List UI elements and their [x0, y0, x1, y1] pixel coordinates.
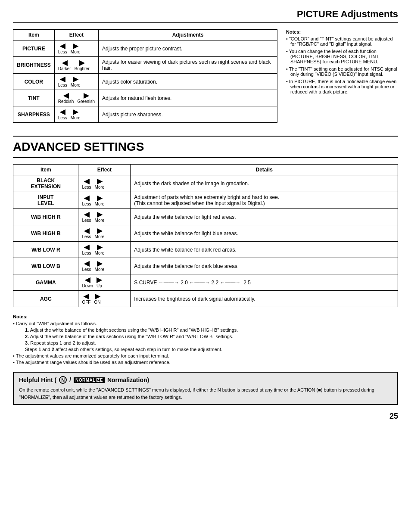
- notes-title: Notes:: [286, 29, 398, 34]
- right-arrow-label: More: [95, 234, 105, 239]
- adv-details-cell: Adjustment of parts which are extremely …: [131, 192, 398, 209]
- col-item: Item: [13, 30, 55, 40]
- helpful-hint-title: Helpful Hint ( N / NORMALIZE Normalizati…: [19, 376, 392, 384]
- col-effect: Effect: [54, 30, 98, 40]
- right-arrow-icon: ▶: [84, 92, 89, 99]
- left-arrow-icon: ◀: [84, 195, 89, 202]
- left-arrow-label: Reddish: [58, 99, 74, 104]
- right-arrow-icon: ▶: [97, 211, 102, 218]
- right-arrow-label: Brighter: [75, 66, 90, 71]
- arrows-row: ◀ Less ▶ More: [82, 227, 127, 239]
- left-arrow-group: ◀ Less: [82, 260, 91, 272]
- left-arrow-group: ◀ Less: [82, 178, 91, 190]
- page-title: PICTURE Adjustments: [297, 9, 398, 19]
- item-cell: BRIGHTNESS: [13, 57, 55, 74]
- right-arrow-icon: ▶: [97, 244, 102, 251]
- advanced-step-note: Steps 1 and 2 affect each other's settin…: [13, 347, 398, 352]
- right-arrow-group: ▶ More: [71, 43, 81, 54]
- adv-effect-cell: ◀ Less ▶ More: [78, 225, 131, 242]
- adv-item-cell: INPUT LEVEL: [13, 192, 78, 209]
- helpful-hint-end: Normalization): [107, 376, 149, 383]
- adjustment-cell: Adjusts picture sharpness.: [98, 106, 277, 123]
- table-row: AGC ◀ OFF ▶ ON Increases the brightness …: [13, 291, 398, 307]
- left-arrow-label: Darker: [58, 66, 71, 71]
- right-arrow-label: More: [71, 50, 81, 54]
- item-cell: TINT: [13, 90, 55, 106]
- table-row: PICTURE ◀ Less ▶ More Adjusts the proper…: [13, 40, 277, 57]
- adv-item-cell: BLACK EXTENSION: [13, 175, 78, 192]
- left-arrow-icon: ◀: [85, 277, 90, 283]
- right-arrow-icon: ▶: [73, 76, 78, 83]
- table-row: W/B LOW R ◀ Less ▶ More Adjusts the whit…: [13, 242, 398, 258]
- adv-details-cell: Adjusts the white balance for light red …: [131, 209, 398, 225]
- advanced-settings-title: ADVANCED SETTINGS: [13, 136, 398, 158]
- adjustment-cell: Adjusts color saturation.: [98, 74, 277, 90]
- right-arrow-icon: ▶: [73, 109, 78, 115]
- right-arrow-group: ▶ More: [95, 260, 105, 272]
- adv-item-cell: AGC: [13, 291, 78, 307]
- left-arrow-icon: ◀: [84, 293, 89, 300]
- table-row: W/B HIGH R ◀ Less ▶ More Adjusts the whi…: [13, 209, 398, 225]
- arrows-row: ◀ Less ▶ More: [82, 195, 127, 206]
- adv-col-details: Details: [131, 165, 398, 175]
- right-arrow-icon: ▶: [97, 260, 102, 267]
- left-arrow-icon: ◀: [60, 43, 65, 50]
- effect-cell: ◀ Less ▶ More: [54, 40, 98, 57]
- left-arrow-label: Less: [82, 185, 91, 190]
- arrows-row: ◀ Less ▶ More: [58, 109, 95, 120]
- advanced-notes-section: Notes: • Carry out "W/B" adjustment as f…: [13, 314, 398, 365]
- step-item: 3. Repeat steps 1 and 2 to adjust.: [13, 340, 398, 345]
- right-arrow-label: More: [71, 83, 81, 87]
- arrows-row: ◀ OFF ▶ ON: [82, 293, 127, 305]
- right-arrow-label: More: [95, 185, 105, 190]
- adv-item-cell: GAMMA: [13, 274, 78, 291]
- advanced-bullet3: • The adjustment range values should be …: [13, 360, 398, 365]
- left-arrow-icon: ◀: [60, 76, 65, 83]
- left-arrow-label: Less: [58, 115, 67, 120]
- picture-table: Item Effect Adjustments PICTURE ◀ Less ▶…: [13, 29, 277, 123]
- adv-details-cell: Adjusts the dark shades of the image in …: [131, 175, 398, 192]
- right-arrow-group: ▶ More: [95, 178, 105, 190]
- adv-effect-cell: ◀ Less ▶ More: [78, 209, 131, 225]
- left-arrow-icon: ◀: [84, 211, 89, 218]
- left-arrow-group: ◀ Darker: [58, 59, 71, 71]
- helpful-hint-box: Helpful Hint ( N / NORMALIZE Normalizati…: [13, 372, 398, 405]
- arrows-row: ◀ Less ▶ More: [82, 211, 127, 223]
- adv-item-cell: W/B HIGH B: [13, 225, 78, 242]
- table-row: BLACK EXTENSION ◀ Less ▶ More Adjusts th…: [13, 175, 398, 192]
- arrows-row: ◀ Less ▶ More: [82, 260, 127, 272]
- left-arrow-label: Less: [82, 218, 91, 223]
- arrows-row: ◀ Less ▶ More: [58, 43, 95, 54]
- right-arrow-group: ▶ More: [95, 211, 105, 223]
- left-arrow-icon: ◀: [62, 59, 67, 66]
- effect-cell: ◀ Darker ▶ Brighter: [54, 57, 98, 74]
- adv-effect-cell: ◀ Down ▶ Up: [78, 274, 131, 291]
- right-arrow-group: ▶ More: [71, 109, 81, 120]
- col-adjustments: Adjustments: [98, 30, 277, 40]
- table-row: W/B HIGH B ◀ Less ▶ More Adjusts the whi…: [13, 225, 398, 242]
- left-arrow-group: ◀ Down: [82, 277, 93, 288]
- adv-item-cell: W/B HIGH R: [13, 209, 78, 225]
- adv-details-cell: Adjusts the white balance for light blue…: [131, 225, 398, 242]
- right-arrow-group: ▶ ON: [94, 293, 100, 305]
- effect-cell: ◀ Less ▶ More: [54, 106, 98, 123]
- step-item: 2. Adjust the white balance of the dark …: [13, 334, 398, 339]
- adv-effect-cell: ◀ Less ▶ More: [78, 175, 131, 192]
- adv-col-effect: Effect: [78, 165, 131, 175]
- arrows-row: ◀ Less ▶ More: [82, 244, 127, 255]
- right-arrow-group: ▶ More: [95, 195, 105, 206]
- advanced-bullet2: • The adjustment values are memorized se…: [13, 353, 398, 358]
- left-arrow-group: ◀ Less: [82, 244, 91, 255]
- step-item: 1. Adjust the white balance of the brigh…: [13, 327, 398, 333]
- right-arrow-group: ▶ Greenish: [77, 92, 95, 104]
- left-arrow-group: ◀ OFF: [82, 293, 90, 305]
- table-row: COLOR ◀ Less ▶ More Adjusts color satura…: [13, 74, 277, 90]
- adv-col-item: Item: [13, 165, 78, 175]
- left-arrow-label: Less: [82, 202, 91, 206]
- normalize-badge: NORMALIZE: [74, 377, 105, 383]
- left-arrow-group: ◀ Less: [82, 211, 91, 223]
- right-arrow-icon: ▶: [97, 277, 102, 283]
- right-arrow-icon: ▶: [73, 43, 78, 50]
- left-arrow-group: ◀ Less: [82, 227, 91, 239]
- left-arrow-icon: ◀: [63, 92, 68, 99]
